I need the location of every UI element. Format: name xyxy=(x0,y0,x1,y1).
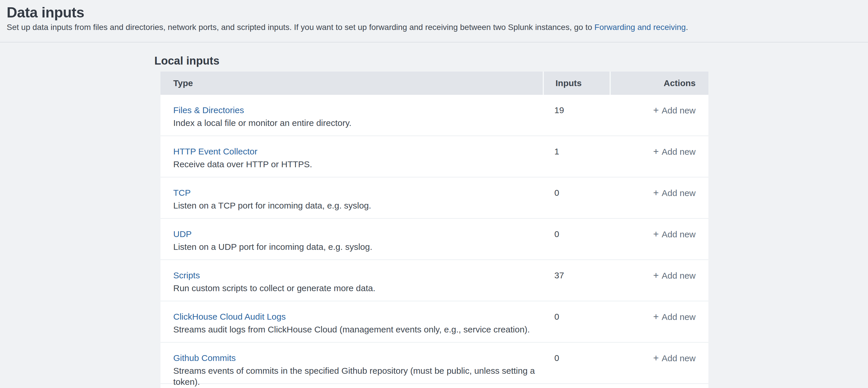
plus-icon: + xyxy=(653,146,659,157)
type-cell: Github Commits Streams events of commits… xyxy=(160,342,543,383)
plus-icon: + xyxy=(653,105,659,116)
table-body: Files & Directories Index a local file o… xyxy=(160,95,708,384)
page-header: Data inputs Set up data inputs from file… xyxy=(0,0,868,42)
plus-icon: + xyxy=(653,270,659,281)
content-area: Local inputs Type Inputs Actions Files &… xyxy=(0,42,868,388)
actions-cell: +Add new xyxy=(610,219,708,260)
forwarding-and-receiving-link[interactable]: Forwarding and receiving xyxy=(594,23,686,32)
page-subtitle: Set up data inputs from files and direct… xyxy=(7,22,856,33)
input-type-description: Listen on a UDP port for incoming data, … xyxy=(173,241,543,252)
input-type-link[interactable]: UDP xyxy=(173,229,192,240)
type-cell: Files & Directories Index a local file o… xyxy=(160,95,543,136)
plus-icon: + xyxy=(653,229,659,239)
input-type-link[interactable]: Files & Directories xyxy=(173,105,244,116)
column-header-actions: Actions xyxy=(610,71,708,95)
page-subtitle-text: Set up data inputs from files and direct… xyxy=(7,23,594,32)
table-row: UDP Listen on a UDP port for incoming da… xyxy=(160,219,708,260)
type-cell: UDP Listen on a UDP port for incoming da… xyxy=(160,219,543,260)
input-type-link[interactable]: TCP xyxy=(173,187,191,198)
add-new-label: Add new xyxy=(661,147,695,156)
input-type-description: Streams audit logs from ClickHouse Cloud… xyxy=(173,324,543,335)
input-type-link[interactable]: Github Commits xyxy=(173,353,236,364)
inputs-count: 19 xyxy=(543,95,610,136)
add-new-label: Add new xyxy=(661,230,695,239)
column-header-type: Type xyxy=(160,71,543,95)
table-row: Github Commits Streams events of commits… xyxy=(160,342,708,384)
input-type-link[interactable]: Scripts xyxy=(173,270,200,281)
add-new-link[interactable]: +Add new xyxy=(653,312,695,322)
add-new-link[interactable]: +Add new xyxy=(653,188,695,198)
type-cell: ClickHouse Cloud Audit Logs Streams audi… xyxy=(160,301,543,342)
add-new-link[interactable]: +Add new xyxy=(653,230,695,239)
add-new-label: Add new xyxy=(661,271,695,280)
page-title: Data inputs xyxy=(7,4,856,21)
page-subtitle-period: . xyxy=(686,23,688,32)
input-type-link[interactable]: HTTP Event Collector xyxy=(173,146,257,157)
type-cell: HTTP Event Collector Receive data over H… xyxy=(160,136,543,177)
table-header-row: Type Inputs Actions xyxy=(160,71,708,95)
actions-cell: +Add new xyxy=(610,177,708,218)
plus-icon: + xyxy=(653,311,659,322)
plus-icon: + xyxy=(653,353,659,363)
type-cell: Scripts Run custom scripts to collect or… xyxy=(160,260,543,301)
input-type-description: Listen on a TCP port for incoming data, … xyxy=(173,200,543,211)
add-new-label: Add new xyxy=(661,353,695,363)
add-new-label: Add new xyxy=(661,312,695,322)
actions-cell: +Add new xyxy=(610,136,708,177)
add-new-label: Add new xyxy=(661,106,695,115)
inputs-count: 1 xyxy=(543,136,610,177)
input-type-description: Index a local file or monitor an entire … xyxy=(173,118,543,128)
type-cell: TCP Listen on a TCP port for incoming da… xyxy=(160,177,543,218)
actions-cell: +Add new xyxy=(610,342,708,383)
table-row: Files & Directories Index a local file o… xyxy=(160,95,708,136)
inputs-count: 0 xyxy=(543,219,610,260)
inputs-count: 37 xyxy=(543,260,610,301)
add-new-link[interactable]: +Add new xyxy=(653,271,695,280)
plus-icon: + xyxy=(653,187,659,198)
actions-cell: +Add new xyxy=(610,260,708,301)
input-type-link[interactable]: ClickHouse Cloud Audit Logs xyxy=(173,311,286,322)
input-type-description: Receive data over HTTP or HTTPS. xyxy=(173,159,543,170)
add-new-label: Add new xyxy=(661,188,695,198)
add-new-link[interactable]: +Add new xyxy=(653,353,695,363)
add-new-link[interactable]: +Add new xyxy=(653,147,695,156)
local-inputs-table: Type Inputs Actions Files & Directories … xyxy=(160,71,708,388)
inputs-count: 0 xyxy=(543,342,610,383)
add-new-link[interactable]: +Add new xyxy=(653,106,695,115)
input-type-description: Run custom scripts to collect or generat… xyxy=(173,283,543,294)
section-heading-local-inputs: Local inputs xyxy=(154,54,868,67)
actions-cell: +Add new xyxy=(610,301,708,342)
actions-cell: +Add new xyxy=(610,95,708,136)
table-row: ClickHouse Cloud Audit Logs Streams audi… xyxy=(160,301,708,342)
column-header-inputs: Inputs xyxy=(543,71,610,95)
table-row: HTTP Event Collector Receive data over H… xyxy=(160,136,708,177)
inputs-count: 0 xyxy=(543,301,610,342)
input-type-description: Streams events of commits in the specifi… xyxy=(173,365,543,387)
inputs-count: 0 xyxy=(543,177,610,218)
table-row: TCP Listen on a TCP port for incoming da… xyxy=(160,177,708,219)
table-row: Scripts Run custom scripts to collect or… xyxy=(160,260,708,301)
